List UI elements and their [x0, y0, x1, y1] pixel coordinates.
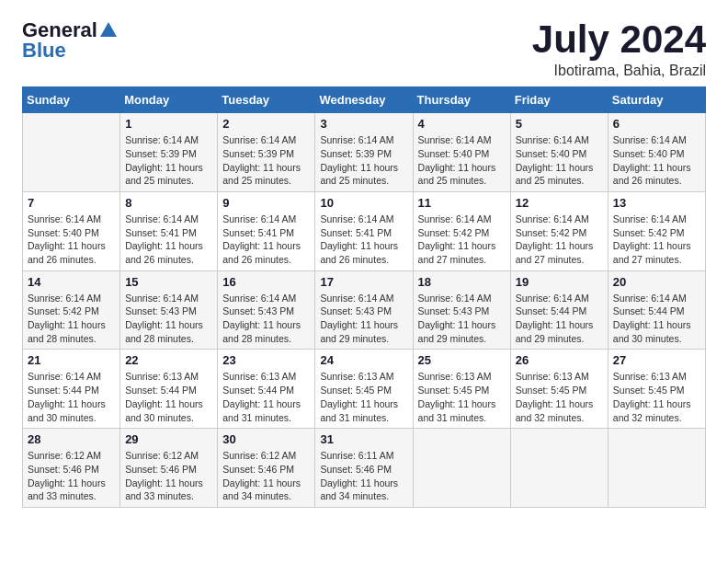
day-number: 16 — [222, 275, 310, 289]
day-number: 5 — [516, 117, 603, 131]
table-row: 10Sunrise: 6:14 AM Sunset: 5:41 PM Dayli… — [315, 191, 413, 270]
col-thursday: Thursday — [413, 87, 510, 113]
day-info: Sunrise: 6:14 AM Sunset: 5:41 PM Dayligh… — [125, 213, 212, 267]
day-number: 14 — [28, 275, 115, 289]
day-number: 28 — [28, 432, 115, 446]
day-number: 26 — [516, 353, 603, 367]
day-number: 10 — [320, 196, 407, 210]
day-info: Sunrise: 6:14 AM Sunset: 5:40 PM Dayligh… — [418, 133, 506, 188]
table-row: 8Sunrise: 6:14 AM Sunset: 5:41 PM Daylig… — [120, 191, 218, 270]
table-row: 31Sunrise: 6:11 AM Sunset: 5:46 PM Dayli… — [315, 429, 413, 508]
col-friday: Friday — [510, 87, 608, 113]
table-row: 4Sunrise: 6:14 AM Sunset: 5:40 PM Daylig… — [413, 113, 510, 192]
day-info: Sunrise: 6:11 AM Sunset: 5:46 PM Dayligh… — [320, 449, 407, 503]
day-info: Sunrise: 6:13 AM Sunset: 5:45 PM Dayligh… — [418, 370, 506, 424]
table-row — [608, 429, 705, 508]
calendar-week-row: 28Sunrise: 6:12 AM Sunset: 5:46 PM Dayli… — [23, 429, 706, 508]
table-row: 13Sunrise: 6:14 AM Sunset: 5:42 PM Dayli… — [608, 191, 705, 270]
calendar-week-row: 1Sunrise: 6:14 AM Sunset: 5:39 PM Daylig… — [23, 113, 706, 192]
day-info: Sunrise: 6:13 AM Sunset: 5:44 PM Dayligh… — [125, 370, 212, 424]
table-row: 3Sunrise: 6:14 AM Sunset: 5:39 PM Daylig… — [315, 113, 413, 192]
day-info: Sunrise: 6:12 AM Sunset: 5:46 PM Dayligh… — [125, 449, 212, 503]
table-row: 28Sunrise: 6:12 AM Sunset: 5:46 PM Dayli… — [23, 429, 120, 508]
day-number: 3 — [320, 117, 407, 131]
day-info: Sunrise: 6:14 AM Sunset: 5:44 PM Dayligh… — [613, 292, 700, 346]
day-number: 30 — [222, 432, 310, 446]
day-info: Sunrise: 6:14 AM Sunset: 5:40 PM Dayligh… — [516, 133, 603, 188]
day-number: 9 — [222, 196, 310, 210]
day-info: Sunrise: 6:14 AM Sunset: 5:43 PM Dayligh… — [222, 292, 310, 346]
table-row: 5Sunrise: 6:14 AM Sunset: 5:40 PM Daylig… — [510, 113, 608, 192]
day-info: Sunrise: 6:14 AM Sunset: 5:41 PM Dayligh… — [222, 213, 310, 267]
col-sunday: Sunday — [23, 87, 120, 113]
table-row: 14Sunrise: 6:14 AM Sunset: 5:42 PM Dayli… — [23, 270, 120, 350]
table-row — [23, 113, 120, 192]
calendar-table: Sunday Monday Tuesday Wednesday Thursday… — [22, 86, 706, 508]
day-info: Sunrise: 6:14 AM Sunset: 5:42 PM Dayligh… — [418, 213, 506, 267]
day-number: 11 — [418, 196, 506, 210]
day-number: 13 — [613, 196, 700, 210]
table-row: 30Sunrise: 6:12 AM Sunset: 5:46 PM Dayli… — [218, 429, 315, 508]
col-tuesday: Tuesday — [218, 87, 315, 113]
day-info: Sunrise: 6:14 AM Sunset: 5:39 PM Dayligh… — [222, 133, 310, 188]
day-number: 1 — [125, 117, 212, 131]
day-number: 6 — [613, 117, 700, 131]
day-number: 4 — [418, 117, 506, 131]
table-row — [413, 429, 510, 508]
day-info: Sunrise: 6:14 AM Sunset: 5:44 PM Dayligh… — [28, 370, 115, 424]
table-row: 16Sunrise: 6:14 AM Sunset: 5:43 PM Dayli… — [218, 270, 315, 350]
day-info: Sunrise: 6:13 AM Sunset: 5:44 PM Dayligh… — [222, 370, 310, 424]
table-row: 22Sunrise: 6:13 AM Sunset: 5:44 PM Dayli… — [120, 350, 218, 429]
day-info: Sunrise: 6:14 AM Sunset: 5:42 PM Dayligh… — [516, 213, 603, 267]
day-info: Sunrise: 6:14 AM Sunset: 5:39 PM Dayligh… — [125, 133, 212, 188]
title-area: July 2024 Ibotirama, Bahia, Brazil — [532, 18, 706, 79]
day-number: 12 — [516, 196, 603, 210]
day-number: 15 — [125, 275, 212, 289]
table-row: 19Sunrise: 6:14 AM Sunset: 5:44 PM Dayli… — [510, 270, 608, 350]
day-number: 2 — [222, 117, 310, 131]
day-number: 29 — [125, 432, 212, 446]
day-info: Sunrise: 6:12 AM Sunset: 5:46 PM Dayligh… — [28, 449, 115, 503]
day-info: Sunrise: 6:14 AM Sunset: 5:40 PM Dayligh… — [28, 213, 115, 267]
day-info: Sunrise: 6:14 AM Sunset: 5:40 PM Dayligh… — [613, 133, 700, 188]
day-number: 23 — [222, 353, 310, 367]
table-row: 26Sunrise: 6:13 AM Sunset: 5:45 PM Dayli… — [510, 350, 608, 429]
location-subtitle: Ibotirama, Bahia, Brazil — [532, 63, 706, 79]
table-row: 9Sunrise: 6:14 AM Sunset: 5:41 PM Daylig… — [218, 191, 315, 270]
table-row: 7Sunrise: 6:14 AM Sunset: 5:40 PM Daylig… — [23, 191, 120, 270]
table-row: 24Sunrise: 6:13 AM Sunset: 5:45 PM Dayli… — [315, 350, 413, 429]
day-info: Sunrise: 6:13 AM Sunset: 5:45 PM Dayligh… — [613, 370, 700, 424]
day-number: 21 — [28, 353, 115, 367]
day-info: Sunrise: 6:14 AM Sunset: 5:42 PM Dayligh… — [28, 292, 115, 346]
calendar-header-row: Sunday Monday Tuesday Wednesday Thursday… — [23, 87, 706, 113]
table-row: 1Sunrise: 6:14 AM Sunset: 5:39 PM Daylig… — [120, 113, 218, 192]
day-number: 20 — [613, 275, 700, 289]
table-row: 15Sunrise: 6:14 AM Sunset: 5:43 PM Dayli… — [120, 270, 218, 350]
table-row: 23Sunrise: 6:13 AM Sunset: 5:44 PM Dayli… — [218, 350, 315, 429]
day-number: 18 — [418, 275, 506, 289]
day-number: 7 — [28, 196, 115, 210]
svg-marker-0 — [100, 22, 117, 37]
day-info: Sunrise: 6:14 AM Sunset: 5:44 PM Dayligh… — [516, 292, 603, 346]
calendar-week-row: 21Sunrise: 6:14 AM Sunset: 5:44 PM Dayli… — [23, 350, 706, 429]
table-row — [510, 429, 608, 508]
day-number: 8 — [125, 196, 212, 210]
day-info: Sunrise: 6:14 AM Sunset: 5:43 PM Dayligh… — [125, 292, 212, 346]
col-monday: Monday — [120, 87, 218, 113]
day-info: Sunrise: 6:14 AM Sunset: 5:42 PM Dayligh… — [613, 213, 700, 267]
day-info: Sunrise: 6:14 AM Sunset: 5:43 PM Dayligh… — [418, 292, 506, 346]
table-row: 20Sunrise: 6:14 AM Sunset: 5:44 PM Dayli… — [608, 270, 705, 350]
table-row: 2Sunrise: 6:14 AM Sunset: 5:39 PM Daylig… — [218, 113, 315, 192]
col-saturday: Saturday — [608, 87, 705, 113]
day-number: 25 — [418, 353, 506, 367]
table-row: 17Sunrise: 6:14 AM Sunset: 5:43 PM Dayli… — [315, 270, 413, 350]
table-row: 25Sunrise: 6:13 AM Sunset: 5:45 PM Dayli… — [413, 350, 510, 429]
logo: General Blue — [22, 18, 119, 63]
calendar-week-row: 14Sunrise: 6:14 AM Sunset: 5:42 PM Dayli… — [23, 270, 706, 350]
table-row: 18Sunrise: 6:14 AM Sunset: 5:43 PM Dayli… — [413, 270, 510, 350]
page-header: General Blue July 2024 Ibotirama, Bahia,… — [22, 18, 706, 79]
day-info: Sunrise: 6:13 AM Sunset: 5:45 PM Dayligh… — [516, 370, 603, 424]
day-number: 22 — [125, 353, 212, 367]
day-info: Sunrise: 6:14 AM Sunset: 5:43 PM Dayligh… — [320, 292, 407, 346]
month-year-title: July 2024 — [532, 18, 706, 61]
